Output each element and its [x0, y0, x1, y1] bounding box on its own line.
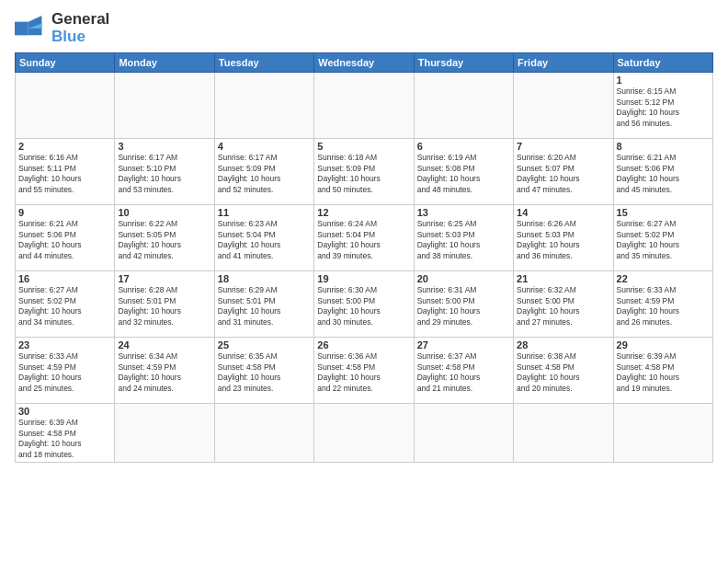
calendar-week-2: 2Sunrise: 6:16 AM Sunset: 5:11 PM Daylig… — [16, 139, 713, 205]
day-number: 6 — [417, 141, 510, 152]
calendar-cell: 5Sunrise: 6:18 AM Sunset: 5:09 PM Daylig… — [314, 139, 414, 205]
calendar-cell: 14Sunrise: 6:26 AM Sunset: 5:03 PM Dayli… — [514, 205, 613, 271]
calendar-week-4: 16Sunrise: 6:27 AM Sunset: 5:02 PM Dayli… — [16, 271, 713, 338]
logo: General Blue — [15, 11, 109, 45]
day-info: Sunrise: 6:20 AM Sunset: 5:07 PM Dayligh… — [517, 153, 609, 195]
day-info: Sunrise: 6:17 AM Sunset: 5:10 PM Dayligh… — [118, 153, 210, 195]
calendar-cell: 23Sunrise: 6:33 AM Sunset: 4:59 PM Dayli… — [16, 338, 115, 404]
day-info: Sunrise: 6:21 AM Sunset: 5:06 PM Dayligh… — [617, 153, 710, 195]
day-info: Sunrise: 6:27 AM Sunset: 5:02 PM Dayligh… — [18, 285, 111, 327]
day-number: 3 — [118, 141, 210, 152]
calendar-cell: 4Sunrise: 6:17 AM Sunset: 5:09 PM Daylig… — [214, 139, 313, 205]
calendar-cell: 28Sunrise: 6:38 AM Sunset: 4:58 PM Dayli… — [514, 338, 613, 404]
day-number: 10 — [118, 207, 210, 218]
calendar-cell — [613, 404, 712, 463]
calendar-cell: 11Sunrise: 6:23 AM Sunset: 5:04 PM Dayli… — [214, 205, 313, 271]
day-info: Sunrise: 6:23 AM Sunset: 5:04 PM Dayligh… — [218, 219, 311, 261]
col-header-monday: Monday — [115, 53, 214, 73]
col-header-friday: Friday — [514, 53, 613, 73]
calendar-week-3: 9Sunrise: 6:21 AM Sunset: 5:06 PM Daylig… — [16, 205, 713, 271]
day-number: 17 — [118, 273, 210, 284]
day-number: 4 — [218, 141, 311, 152]
day-number: 15 — [617, 207, 710, 218]
svg-rect-0 — [15, 21, 28, 35]
col-header-thursday: Thursday — [414, 53, 513, 73]
day-number: 13 — [417, 207, 510, 218]
day-number: 26 — [317, 339, 410, 350]
day-info: Sunrise: 6:38 AM Sunset: 4:58 PM Dayligh… — [517, 351, 609, 394]
header: General Blue — [15, 11, 713, 45]
day-info: Sunrise: 6:30 AM Sunset: 5:00 PM Dayligh… — [317, 285, 410, 327]
calendar-cell: 27Sunrise: 6:37 AM Sunset: 4:58 PM Dayli… — [414, 338, 513, 404]
calendar-cell: 2Sunrise: 6:16 AM Sunset: 5:11 PM Daylig… — [16, 139, 115, 205]
day-info: Sunrise: 6:26 AM Sunset: 5:03 PM Dayligh… — [517, 219, 609, 261]
day-info: Sunrise: 6:33 AM Sunset: 4:59 PM Dayligh… — [18, 351, 111, 394]
day-number: 24 — [118, 339, 210, 350]
day-info: Sunrise: 6:35 AM Sunset: 4:58 PM Dayligh… — [218, 351, 311, 394]
day-number: 23 — [18, 339, 111, 350]
day-info: Sunrise: 6:17 AM Sunset: 5:09 PM Dayligh… — [218, 153, 311, 195]
calendar-cell: 29Sunrise: 6:39 AM Sunset: 4:58 PM Dayli… — [613, 338, 712, 404]
day-number: 22 — [617, 273, 710, 284]
calendar-cell — [115, 404, 214, 463]
calendar-cell: 16Sunrise: 6:27 AM Sunset: 5:02 PM Dayli… — [16, 271, 115, 338]
calendar-cell: 13Sunrise: 6:25 AM Sunset: 5:03 PM Dayli… — [414, 205, 513, 271]
day-info: Sunrise: 6:33 AM Sunset: 4:59 PM Dayligh… — [617, 285, 710, 327]
calendar-cell: 1Sunrise: 6:15 AM Sunset: 5:12 PM Daylig… — [613, 73, 712, 139]
day-number: 8 — [617, 141, 710, 152]
day-info: Sunrise: 6:29 AM Sunset: 5:01 PM Dayligh… — [218, 285, 311, 327]
day-info: Sunrise: 6:31 AM Sunset: 5:00 PM Dayligh… — [417, 285, 510, 327]
day-number: 2 — [18, 141, 111, 152]
col-header-sunday: Sunday — [16, 53, 115, 73]
calendar-cell: 3Sunrise: 6:17 AM Sunset: 5:10 PM Daylig… — [115, 139, 214, 205]
day-number: 29 — [617, 339, 710, 350]
day-number: 20 — [417, 273, 510, 284]
day-info: Sunrise: 6:19 AM Sunset: 5:08 PM Dayligh… — [417, 153, 510, 195]
day-number: 9 — [18, 207, 111, 218]
page: General Blue SundayMondayTuesdayWednesda… — [0, 0, 728, 563]
col-header-saturday: Saturday — [613, 53, 712, 73]
day-number: 7 — [517, 141, 609, 152]
calendar-cell — [514, 404, 613, 463]
calendar-week-6: 30Sunrise: 6:39 AM Sunset: 4:58 PM Dayli… — [16, 404, 713, 463]
calendar-cell — [314, 404, 414, 463]
day-info: Sunrise: 6:37 AM Sunset: 4:58 PM Dayligh… — [417, 351, 510, 394]
day-number: 19 — [317, 273, 410, 284]
calendar-cell: 22Sunrise: 6:33 AM Sunset: 4:59 PM Dayli… — [613, 271, 712, 338]
day-info: Sunrise: 6:21 AM Sunset: 5:06 PM Dayligh… — [18, 219, 111, 261]
logo-icon — [15, 16, 48, 41]
calendar-cell: 21Sunrise: 6:32 AM Sunset: 5:00 PM Dayli… — [514, 271, 613, 338]
calendar-header-row: SundayMondayTuesdayWednesdayThursdayFrid… — [16, 53, 713, 73]
calendar-cell: 7Sunrise: 6:20 AM Sunset: 5:07 PM Daylig… — [514, 139, 613, 205]
day-info: Sunrise: 6:27 AM Sunset: 5:02 PM Dayligh… — [617, 219, 710, 261]
calendar-cell — [115, 73, 214, 139]
day-info: Sunrise: 6:22 AM Sunset: 5:05 PM Dayligh… — [118, 219, 210, 261]
day-number: 25 — [218, 339, 311, 350]
day-info: Sunrise: 6:36 AM Sunset: 4:58 PM Dayligh… — [317, 351, 410, 394]
logo-text: General Blue — [51, 11, 109, 45]
day-number: 5 — [317, 141, 410, 152]
calendar-cell — [414, 73, 513, 139]
day-number: 12 — [317, 207, 410, 218]
calendar-cell — [214, 404, 313, 463]
calendar-cell: 24Sunrise: 6:34 AM Sunset: 4:59 PM Dayli… — [115, 338, 214, 404]
calendar-cell: 17Sunrise: 6:28 AM Sunset: 5:01 PM Dayli… — [115, 271, 214, 338]
calendar-week-1: 1Sunrise: 6:15 AM Sunset: 5:12 PM Daylig… — [16, 73, 713, 139]
calendar-cell: 8Sunrise: 6:21 AM Sunset: 5:06 PM Daylig… — [613, 139, 712, 205]
calendar-cell: 20Sunrise: 6:31 AM Sunset: 5:00 PM Dayli… — [414, 271, 513, 338]
day-number: 21 — [517, 273, 609, 284]
day-info: Sunrise: 6:28 AM Sunset: 5:01 PM Dayligh… — [118, 285, 210, 327]
calendar-cell: 6Sunrise: 6:19 AM Sunset: 5:08 PM Daylig… — [414, 139, 513, 205]
calendar-cell — [514, 73, 613, 139]
day-info: Sunrise: 6:24 AM Sunset: 5:04 PM Dayligh… — [317, 219, 410, 261]
calendar-cell: 19Sunrise: 6:30 AM Sunset: 5:00 PM Dayli… — [314, 271, 414, 338]
day-info: Sunrise: 6:39 AM Sunset: 4:58 PM Dayligh… — [18, 418, 111, 460]
day-number: 30 — [18, 406, 111, 417]
day-number: 28 — [517, 339, 609, 350]
calendar-cell — [214, 73, 313, 139]
calendar-cell — [16, 73, 115, 139]
day-info: Sunrise: 6:18 AM Sunset: 5:09 PM Dayligh… — [317, 153, 410, 195]
calendar-cell: 25Sunrise: 6:35 AM Sunset: 4:58 PM Dayli… — [214, 338, 313, 404]
calendar-cell: 12Sunrise: 6:24 AM Sunset: 5:04 PM Dayli… — [314, 205, 414, 271]
calendar-cell — [414, 404, 513, 463]
